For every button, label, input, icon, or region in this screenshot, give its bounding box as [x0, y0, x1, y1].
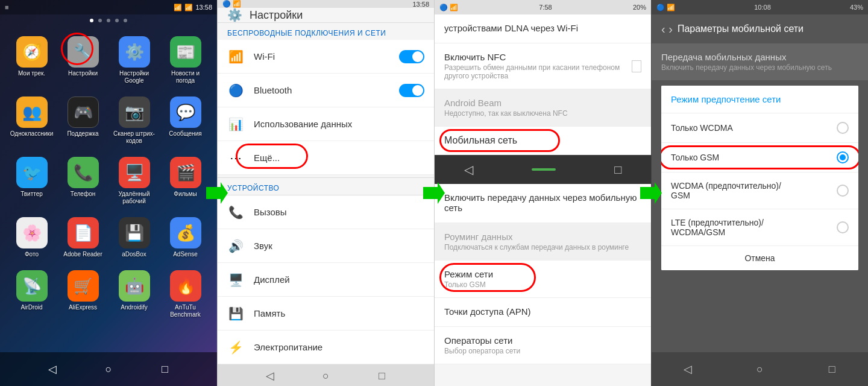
network-battery: 43%: [850, 4, 863, 11]
mobile-icons: 🔵 📶: [439, 4, 458, 11]
app-label: Удалённый рабочий: [112, 191, 156, 205]
power-item[interactable]: ⚡ Электропитание: [218, 331, 434, 364]
back-button-2[interactable]: ◁: [259, 365, 281, 386]
back-button[interactable]: ◁: [42, 358, 63, 380]
wcdma-option[interactable]: Только WCDMA: [661, 113, 858, 143]
nfc-text: Включить NFC Разрешить обмен данными при…: [444, 52, 632, 80]
settings-status-bar: 🔵 📶 13:58: [218, 0, 434, 8]
svg-marker-0: [206, 182, 228, 204]
wcdma-preferred-option[interactable]: WCDMA (предпочтительно)/GSM: [661, 172, 858, 209]
app-icon-img: 💬: [170, 96, 201, 128]
bluetooth-toggle[interactable]: [399, 84, 424, 97]
sound-item[interactable]: 🔊 Звук: [218, 229, 434, 263]
app-remote[interactable]: 🖥️ Удалённый рабочий: [110, 152, 159, 210]
wcdma-preferred-radio[interactable]: [837, 185, 849, 197]
green-arrow-1: [206, 182, 228, 204]
home-button-2[interactable]: ○: [315, 365, 337, 386]
app-photos[interactable]: 🌸 Фото: [7, 212, 56, 263]
lte-option[interactable]: LTE (предпочтительно)/WCDMA/GSM: [661, 209, 858, 246]
app-twitter[interactable]: 🐦 Твиттер: [7, 152, 56, 210]
network-mode-subtitle: Только GSM: [444, 280, 641, 289]
bluetooth-item[interactable]: 🔵 Bluetooth: [218, 74, 434, 107]
divider-back[interactable]: ◁: [464, 162, 473, 177]
memory-item[interactable]: 💾 Память: [218, 297, 434, 331]
app-label: Настройки: [68, 70, 98, 77]
dialog-title: Режим предпочтение сети: [661, 86, 858, 113]
network-dialog: Режим предпочтение сети Только WCDMA Тол…: [661, 86, 858, 270]
wcdma-radio[interactable]: [837, 122, 849, 134]
app-label: Adobe Reader: [63, 251, 102, 258]
app-messages[interactable]: 💬 Сообщения: [161, 92, 210, 150]
app-aliexpress[interactable]: 🛒 AliExpress: [58, 265, 107, 323]
app-google-settings[interactable]: ⚙️ Настройки Google: [110, 31, 159, 89]
memory-label: Память: [254, 308, 424, 318]
lte-label: LTE (предпочтительно)/WCDMA/GSM: [671, 218, 837, 237]
network-back-icon[interactable]: ‹ ›: [661, 22, 673, 36]
status-right: 📶 📶 13:58: [174, 4, 212, 11]
operators-item[interactable]: Операторы сети Выбор оператора сети: [435, 327, 651, 364]
wireless-section-header: БЕСПРОВОДНЫЕ ПОДКЛЮЧЕНИЯ И СЕТИ: [218, 23, 434, 40]
android-beam-title: Android Beam: [444, 98, 641, 108]
cancel-button[interactable]: Отмена: [661, 246, 858, 270]
arrow-svg-2: [423, 182, 445, 204]
app-icon-img: 📡: [16, 270, 48, 302]
calls-item[interactable]: 📞 Вызовы: [218, 195, 434, 229]
more-item[interactable]: ⋯ Ещё...: [218, 141, 434, 175]
recent-button-2[interactable]: □: [371, 365, 393, 386]
back-button-4[interactable]: ◁: [677, 358, 699, 380]
gsm-option[interactable]: Только GSM: [661, 143, 858, 172]
app-icon-img: 🧭: [16, 36, 48, 68]
app-icon-img: 📷: [119, 96, 150, 128]
green-arrow-3: [640, 182, 662, 204]
lte-radio[interactable]: [837, 221, 849, 233]
mobile-signal-icon: 📶: [184, 4, 193, 11]
data-transfer-item[interactable]: Включить передачу данных через мобильную…: [435, 184, 651, 223]
app-films[interactable]: 🎬 Фильмы: [161, 152, 210, 210]
dlna-item[interactable]: устройствами DLNA через Wi-Fi: [435, 14, 651, 43]
mobile-network-label[interactable]: Мобильная сеть: [435, 127, 651, 155]
data-usage-item[interactable]: 📊 Использование данных: [218, 107, 434, 141]
app-label: AnTuTu Benchmark: [163, 304, 207, 318]
app-nastroyki[interactable]: 🔧 Настройки: [58, 31, 107, 89]
app-antutu[interactable]: 🔥 AnTuTu Benchmark: [161, 265, 210, 323]
notification-bar: [0, 14, 217, 27]
home-button-4[interactable]: ○: [749, 358, 770, 380]
app-phone[interactable]: 📞 Телефон: [58, 152, 107, 210]
app-adsense[interactable]: 💰 AdSense: [161, 212, 210, 263]
app-label: Мои трек.: [18, 70, 45, 77]
wifi-toggle[interactable]: [399, 50, 424, 63]
app-icon-img: 🎬: [170, 157, 201, 188]
mobile-content-wrapper: устройствами DLNA через Wi-Fi Включить N…: [435, 14, 651, 386]
app-icon-img: 🎮: [68, 96, 99, 128]
dot-2: [98, 19, 102, 22]
app-dosbox[interactable]: 💾 aDosBox: [110, 212, 159, 263]
panel-mobile: 🔵 📶 7:58 20% устройствами DLNA через Wi-…: [434, 0, 651, 386]
app-support[interactable]: 🎮 Поддержка: [58, 92, 107, 150]
app-airdroid[interactable]: 📡 AirDroid: [7, 265, 56, 323]
recent-button[interactable]: □: [154, 358, 175, 380]
app-label: Сканер штрих-кодов: [112, 130, 156, 145]
nfc-checkbox[interactable]: [632, 60, 641, 72]
app-odnoklassniki[interactable]: 👥 Одноклассники: [7, 92, 56, 150]
apn-item[interactable]: Точки доступа (APN): [435, 298, 651, 327]
gsm-radio[interactable]: [837, 151, 849, 163]
display-item[interactable]: 🖥️ Дисплей: [218, 263, 434, 297]
android-beam-item[interactable]: Android Beam Недоступно, так как выключе…: [435, 89, 651, 127]
dot-5: [124, 19, 127, 22]
calls-label: Вызовы: [254, 207, 424, 217]
nfc-item[interactable]: Включить NFC Разрешить обмен данными при…: [435, 43, 651, 89]
app-adobe[interactable]: 📄 Adobe Reader: [58, 212, 107, 263]
network-mode-item[interactable]: Режим сети Только GSM: [435, 261, 651, 298]
app-icon-img: 🔥: [170, 270, 201, 302]
app-barcode[interactable]: 📷 Сканер штрих-кодов: [110, 92, 159, 150]
device-section-header: УСТРОЙСТВО: [218, 177, 434, 195]
home-button[interactable]: ○: [98, 358, 119, 380]
divider-recent[interactable]: □: [614, 163, 621, 177]
app-icon-img: 💾: [119, 217, 150, 248]
recent-button-4[interactable]: □: [821, 358, 843, 380]
wifi-item[interactable]: 📶 Wi-Fi: [218, 40, 434, 74]
app-news[interactable]: 📰 Новости и погода: [161, 31, 210, 89]
app-androidify[interactable]: 🤖 Androidify: [110, 265, 159, 323]
app-moi-trek[interactable]: 🧭 Мои трек.: [7, 31, 56, 89]
wcdma-label: Только WCDMA: [671, 123, 837, 133]
